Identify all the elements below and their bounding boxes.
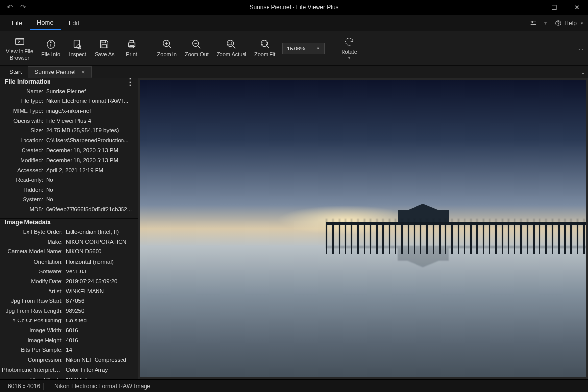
folder-arrow-icon [14,36,25,47]
minimize-button[interactable]: — [520,0,543,15]
metadata-panel-header: Image Metadata [0,219,138,226]
status-bar: 6016 x 4016 Nikon Electronic Format RAW … [0,379,588,392]
info-row: Modify Date:2019:07:24 05:09:20 [2,276,135,286]
zoom-actual-button[interactable]: 1:1 Zoom Actual [214,34,249,63]
info-key: Software: [2,268,66,275]
svg-line-19 [168,46,171,49]
info-value: Ver.1.03 [66,268,135,275]
info-key: Camera Model Name: [2,247,66,255]
info-row: Software:Ver.1.03 [2,267,135,276]
info-value: WINKELMANN [66,287,135,295]
info-key: Exif Byte Order: [2,228,66,236]
svg-line-23 [198,46,201,49]
rotate-button[interactable]: Rotate ▾ [337,34,362,63]
panel-menu-icon[interactable]: ⋮ [126,79,134,84]
info-row: Orientation:Horizontal (normal) [2,257,135,267]
info-row: Modified:December 18, 2020 5:13 PM [2,155,135,165]
image-viewer[interactable] [138,78,588,379]
file-info-button[interactable]: File Info [38,34,63,63]
zoom-fit-button[interactable]: Zoom Fit [251,34,278,63]
info-row: Compression:Nikon NEF Compressed [2,355,135,365]
info-row: Created:December 18, 2020 5:13 PM [2,146,135,155]
help-button[interactable]: Help ▾ [555,20,583,26]
close-tab-icon[interactable]: ✕ [81,69,85,75]
collapse-ribbon-button[interactable]: ︿ [578,44,584,52]
settings-icon[interactable] [530,20,537,26]
info-row: MIME Type:image/x-nikon-nef [2,106,135,116]
document-tabs: Start Sunrise Pier.nef ✕ ▾ [0,66,588,78]
svg-line-26 [233,46,236,49]
svg-line-12 [80,48,82,49]
status-dimensions: 6016 x 4016 [5,383,44,390]
title-bar: ↶ ↷ Sunrise Pier.nef - File Viewer Plus … [0,0,588,15]
status-format: Nikon Electronic Format RAW Image [51,383,153,390]
menu-home[interactable]: Home [30,16,61,30]
undo-icon[interactable]: ↶ [7,3,13,12]
zoom-level-input[interactable]: 15.06% ▼ [282,43,324,54]
info-key: Accessed: [2,166,46,174]
info-row: Location:C:\Users\SharpenedProduction... [2,135,135,145]
info-value: image/x-nikon-nef [46,107,135,115]
info-value: 14 [66,346,135,354]
window-title: Sunrise Pier.nef - File Viewer Plus [249,4,338,11]
info-value: NIKON CORPORATION [66,238,135,245]
info-key: Modify Date: [2,277,66,285]
info-key: Jpg From Raw Start: [2,297,66,305]
info-value: 877056 [66,297,135,305]
info-value: 1866752 [66,376,135,379]
info-value: 24.75 MB (25,954,159 bytes) [46,126,135,134]
zoom-in-button[interactable]: Zoom In [154,34,180,63]
zoom-out-button[interactable]: Zoom Out [182,34,212,63]
zoom-in-icon [162,39,172,49]
info-row: Opens with:File Viewer Plus 4 [2,116,135,125]
separator [332,36,332,61]
svg-point-5 [558,24,559,25]
info-row: Hidden:No [2,185,135,195]
info-key: Y Cb Cr Positioning: [2,317,66,324]
info-key: Photometric Interpretat... [2,366,66,374]
menu-file[interactable]: File [5,16,29,29]
info-key: Image Width: [2,326,66,334]
maximize-button[interactable]: ☐ [543,0,565,15]
info-value: Horizontal (normal) [66,258,135,266]
info-value: Nikon Electronic Format RAW I... [46,97,135,105]
menu-bar: File Home Edit ▾ Help ▾ [0,15,588,31]
rotate-icon [344,36,355,47]
info-key: Compression: [2,356,66,364]
info-key: Modified: [2,156,46,164]
info-key: Opens with: [2,117,46,124]
info-row: Image Height:4016 [2,335,135,345]
tab-file[interactable]: Sunrise Pier.nef ✕ [28,66,92,78]
tab-start[interactable]: Start [3,66,28,78]
info-row: Read-only:No [2,175,135,185]
redo-icon[interactable]: ↷ [20,3,26,12]
info-value: 989250 [66,307,135,315]
info-value: No [46,196,135,203]
save-as-button[interactable]: Save As [92,34,117,63]
info-row: Camera Model Name:NIKON D5600 [2,246,135,256]
view-in-file-browser-button[interactable]: View in File Browser [3,34,36,63]
info-row: Make:NIKON CORPORATION [2,237,135,246]
file-info-rows: Name:Sunrise Pier.nefFile type:Nikon Ele… [0,85,138,218]
info-row: Jpg From Raw Length:989250 [2,306,135,316]
info-key: Orientation: [2,258,66,266]
info-sidebar: File Information ⋮ Name:Sunrise Pier.nef… [0,78,138,379]
zoom-fit-icon [260,39,270,49]
svg-point-28 [261,40,267,47]
info-value: 0e6feeb77f666f5d0d5df21cb352... [46,205,135,213]
info-value: April 2, 2021 12:19 PM [46,166,135,174]
info-row: Accessed:April 2, 2021 12:19 PM [2,165,135,175]
info-value: No [46,186,135,194]
print-button[interactable]: Print [120,34,144,63]
info-row: System:No [2,195,135,204]
info-key: Image Height: [2,336,66,344]
zoom-actual-icon: 1:1 [226,39,237,49]
svg-rect-15 [128,43,135,46]
info-value: 2019:07:24 05:09:20 [66,277,135,285]
inspect-button[interactable]: Inspect [65,34,90,63]
info-key: File type: [2,97,46,105]
menu-edit[interactable]: Edit [62,16,86,29]
close-button[interactable]: ✕ [565,0,588,15]
tab-overflow-button[interactable]: ▾ [582,71,584,76]
main-content: File Information ⋮ Name:Sunrise Pier.nef… [0,78,588,379]
